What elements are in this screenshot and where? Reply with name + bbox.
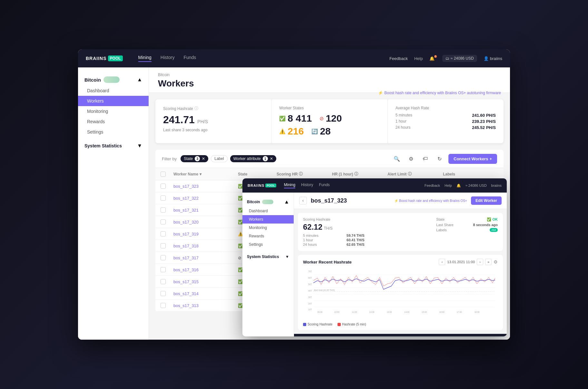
svg-text:14:00: 14:00	[404, 310, 409, 314]
logo[interactable]: BRAIINS POOL	[86, 55, 123, 61]
back-button[interactable]: ‹	[299, 197, 307, 204]
worker-name-link[interactable]: bos_s17_319	[173, 232, 199, 236]
overlay-nav: BRAIINS POOL Mining History Funds Feedba…	[242, 178, 507, 193]
worker-name-link[interactable]: bos_s17_313	[173, 303, 199, 308]
row-checkbox-8[interactable]	[161, 267, 166, 272]
sidebar-bitcoin-header[interactable]: Bitcoin ▲	[78, 74, 149, 85]
overlay-help[interactable]: Help	[445, 184, 452, 187]
worker-name-link[interactable]: bos_s17_318	[173, 244, 199, 248]
worker-name-link[interactable]: bos_s17_320	[173, 220, 199, 224]
worker-name-link[interactable]: bos_s17_322	[173, 196, 199, 201]
avg-hashrate-card: Average Hash Rate 5 minutes 241.60 PH/S …	[388, 99, 504, 143]
overlay-item-workers[interactable]: Workers	[242, 215, 294, 224]
chip-close-icon[interactable]: ✕	[202, 156, 205, 161]
feedback-link[interactable]: Feedback	[389, 56, 408, 61]
refresh-icon-btn[interactable]: ↻	[434, 154, 445, 164]
sidebar-item-dashboard[interactable]: Dashboard	[78, 85, 149, 96]
row-checkbox-3[interactable]	[161, 207, 166, 213]
worker-detail-title: bos_s17_323	[311, 197, 390, 204]
am-label-badge: AM	[490, 228, 498, 232]
settings-icon-btn[interactable]: ⚙	[406, 154, 416, 164]
ok-state: ✅ 8 411	[279, 113, 312, 124]
overlay-item-monitoring[interactable]: Monitoring	[242, 224, 294, 232]
sidebar-item-rewards[interactable]: Rewards	[78, 116, 149, 127]
overlay-nav-links: Mining History Funds	[284, 183, 330, 188]
overlay-user[interactable]: braiins	[491, 184, 502, 187]
svg-text:10T: 10T	[308, 308, 312, 311]
info-icon: ⓘ	[194, 106, 198, 111]
chart-skip-btn[interactable]: »	[485, 259, 492, 265]
worker-name-link[interactable]: bos_s17_315	[173, 279, 199, 284]
nav-funds[interactable]: Funds	[183, 55, 196, 62]
overlay-stats-section[interactable]: System Statistics ▼	[242, 252, 294, 262]
chart-settings-icon[interactable]: ⚙	[494, 259, 498, 264]
state-filter-chip[interactable]: State 3 ✕	[181, 155, 208, 162]
user-badge[interactable]: 👤 braiins	[484, 56, 502, 61]
overlay-notif[interactable]: 🔔	[456, 184, 461, 188]
row-checkbox-9[interactable]	[161, 279, 166, 284]
header-checkbox[interactable]	[161, 172, 166, 177]
boost-banner[interactable]: ⚡ Boost hash rate and efficiency with Br…	[378, 91, 501, 95]
sidebar-item-monitoring[interactable]: Monitoring	[78, 106, 149, 116]
overlay-sidebar-header[interactable]: Bitcoin ▲	[242, 197, 294, 207]
page-header: Bitcoin Workers ⚡ Boost hash rate and ef…	[149, 67, 510, 93]
row-checkbox-4[interactable]	[161, 219, 166, 224]
worker-name-link[interactable]: bos_s17_314	[173, 291, 199, 296]
tag-icon-btn[interactable]: 🏷	[420, 154, 430, 164]
avg-hashrate-rows: 5 minutes 241.60 PH/S 1 hour 239.23 PH/S…	[396, 113, 496, 130]
overlay-item-dashboard[interactable]: Dashboard	[242, 207, 294, 215]
th-hr-1h: HR (1 hour) ⓘ	[332, 171, 387, 177]
wallet-badge: 🗂 ≈ 24086 USD	[442, 55, 477, 62]
row-checkbox-7[interactable]	[161, 255, 166, 260]
help-link[interactable]: Help	[414, 56, 423, 61]
notification-badge: 1	[434, 55, 437, 58]
row-checkbox-1[interactable]	[161, 184, 166, 189]
worker-stats-middle	[370, 217, 431, 246]
worker-name-link[interactable]: bos_s17_317	[173, 255, 199, 260]
chart-prev-btn[interactable]: ‹	[439, 259, 445, 265]
offline-icon: ⊘	[238, 255, 241, 260]
sidebar-stats-section[interactable]: System Statistics ▼	[78, 140, 149, 152]
svg-text:Alert limit (42.65 TH/S): Alert limit (42.65 TH/S)	[314, 288, 335, 292]
overlay-nav-funds[interactable]: Funds	[319, 183, 329, 188]
overlay-feedback[interactable]: Feedback	[425, 184, 440, 187]
breadcrumb: Bitcoin	[158, 73, 501, 77]
legend-hashrate: Hashrate (5 min)	[338, 323, 366, 326]
worker-name-link[interactable]: bos_s17_323	[173, 184, 199, 189]
overlay-item-settings[interactable]: Settings	[242, 240, 294, 249]
worker-name-link[interactable]: bos_s17_321	[173, 208, 199, 213]
page-title: Workers	[158, 78, 501, 89]
row-checkbox-10[interactable]	[161, 291, 166, 296]
overlay-nav-mining[interactable]: Mining	[284, 183, 295, 188]
worker-attr-filter-chip[interactable]: Worker attribute 1 ✕	[230, 155, 276, 162]
worker-name-link[interactable]: bos_s17_316	[173, 267, 199, 272]
connect-workers-button[interactable]: Connect Workers +	[448, 154, 497, 164]
overlay-item-rewards[interactable]: Rewards	[242, 232, 294, 240]
overlay-logo[interactable]: BRAIINS POOL	[248, 184, 276, 187]
sidebar-item-workers[interactable]: Workers	[78, 96, 149, 106]
row-checkbox-11[interactable]	[161, 303, 166, 308]
chip-close-icon-2[interactable]: ✕	[270, 156, 273, 161]
overlay-content: Bitcoin ▲ Dashboard Workers Monitoring R…	[242, 193, 507, 336]
worker-hr-sub: 5 minutes 59.74 TH/S 1 hour 60.41 TH/S 2…	[303, 234, 365, 246]
row-checkbox-6[interactable]	[161, 243, 166, 248]
sidebar-item-settings[interactable]: Settings	[78, 127, 149, 137]
nav-mining[interactable]: Mining	[138, 55, 152, 62]
search-icon-btn[interactable]: 🔍	[392, 154, 402, 164]
edit-worker-button[interactable]: Edit Worker	[471, 196, 502, 205]
svg-text:11:00: 11:00	[352, 310, 357, 314]
overlay-boost-link[interactable]: ⚡ Boost hash rate and efficiency with Br…	[394, 199, 467, 203]
ok-count: 8 411	[288, 113, 312, 124]
sidebar-bitcoin-section: Bitcoin ▲ Dashboard Workers Monitoring R…	[78, 74, 149, 137]
row-checkbox-5[interactable]	[161, 231, 166, 236]
chart-next-btn[interactable]: ›	[477, 259, 483, 265]
row-checkbox-2[interactable]	[161, 195, 166, 201]
notification-icon[interactable]: 🔔1	[429, 56, 436, 61]
overlay-nav-history[interactable]: History	[301, 183, 313, 188]
filter-chips: State 3 ✕ Label Worker attribute 1 ✕	[181, 155, 276, 162]
nav-history[interactable]: History	[161, 55, 175, 62]
svg-text:16:00: 16:00	[439, 310, 445, 314]
avg-hr-row-1h: 1 hour 239.23 PH/S	[396, 119, 496, 124]
worker-detail-header: ‹ bos_s17_323 ⚡ Boost hash rate and effi…	[294, 193, 507, 209]
label-filter-chip[interactable]: Label	[211, 155, 227, 162]
